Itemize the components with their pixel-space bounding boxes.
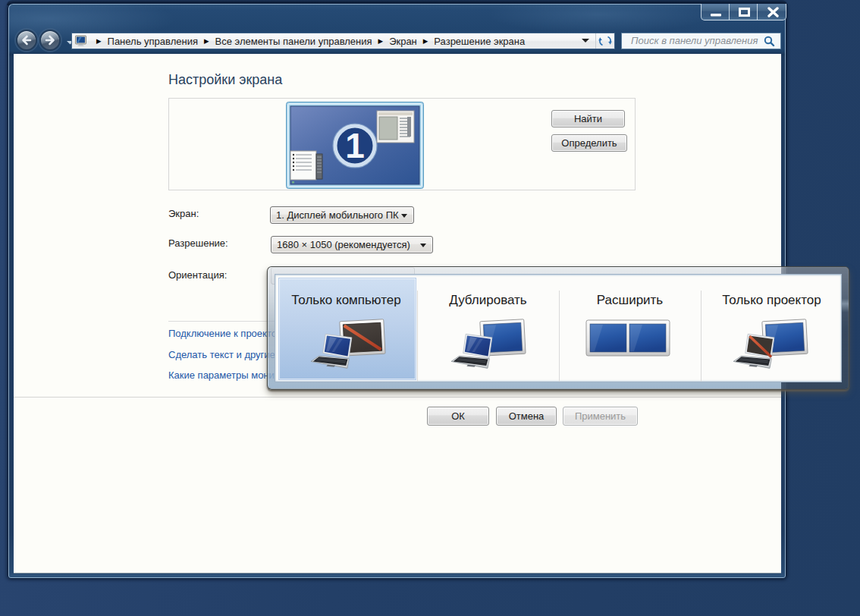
svg-text:1: 1 [345,126,365,165]
